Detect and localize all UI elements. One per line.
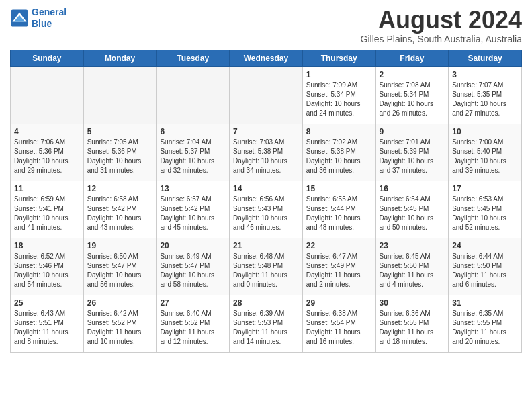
calendar-cell: 18Sunrise: 6:52 AM Sunset: 5:46 PM Dayli…: [11, 238, 84, 295]
day-number: 27: [160, 298, 226, 308]
calendar-cell: 26Sunrise: 6:42 AM Sunset: 5:52 PM Dayli…: [83, 295, 157, 352]
calendar-cell: 19Sunrise: 6:50 AM Sunset: 5:47 PM Dayli…: [83, 238, 157, 295]
calendar-cell: [157, 66, 230, 124]
calendar-table: SundayMondayTuesdayWednesdayThursdayFrid…: [10, 50, 522, 353]
day-info: Sunrise: 7:04 AM Sunset: 5:37 PM Dayligh…: [160, 138, 226, 175]
day-info: Sunrise: 6:43 AM Sunset: 5:51 PM Dayligh…: [14, 309, 80, 347]
day-info: Sunrise: 6:55 AM Sunset: 5:44 PM Dayligh…: [306, 195, 372, 232]
day-info: Sunrise: 6:45 AM Sunset: 5:50 PM Dayligh…: [380, 252, 445, 289]
day-number: 25: [14, 298, 80, 308]
day-number: 3: [452, 70, 518, 79]
day-number: 1: [306, 70, 372, 79]
calendar-cell: 4Sunrise: 7:06 AM Sunset: 5:36 PM Daylig…: [11, 124, 84, 181]
day-number: 14: [233, 184, 299, 193]
day-info: Sunrise: 7:01 AM Sunset: 5:39 PM Dayligh…: [380, 138, 445, 175]
day-info: Sunrise: 6:35 AM Sunset: 5:55 PM Dayligh…: [452, 309, 518, 347]
calendar-cell: 13Sunrise: 6:57 AM Sunset: 5:42 PM Dayli…: [157, 181, 230, 238]
subtitle: Gilles Plains, South Australia, Australi…: [361, 34, 522, 44]
calendar-cell: 29Sunrise: 6:38 AM Sunset: 5:54 PM Dayli…: [302, 295, 375, 352]
calendar-cell: 12Sunrise: 6:58 AM Sunset: 5:42 PM Dayli…: [83, 181, 157, 238]
day-number: 7: [233, 127, 299, 136]
calendar-cell: 1Sunrise: 7:09 AM Sunset: 5:34 PM Daylig…: [302, 66, 375, 124]
day-number: 9: [380, 127, 445, 136]
day-info: Sunrise: 7:03 AM Sunset: 5:38 PM Dayligh…: [233, 138, 299, 175]
calendar-cell: 28Sunrise: 6:39 AM Sunset: 5:53 PM Dayli…: [230, 295, 303, 352]
calendar-cell: 20Sunrise: 6:49 AM Sunset: 5:47 PM Dayli…: [157, 238, 230, 295]
calendar-week-4: 18Sunrise: 6:52 AM Sunset: 5:46 PM Dayli…: [11, 238, 522, 295]
column-header-wednesday: Wednesday: [230, 50, 303, 66]
day-number: 21: [233, 241, 299, 250]
calendar-cell: [230, 66, 303, 124]
calendar-cell: 7Sunrise: 7:03 AM Sunset: 5:38 PM Daylig…: [230, 124, 303, 181]
column-header-monday: Monday: [83, 50, 157, 66]
logo-line1: General: [32, 7, 66, 17]
day-info: Sunrise: 7:02 AM Sunset: 5:38 PM Dayligh…: [306, 138, 372, 175]
day-number: 24: [452, 241, 518, 250]
calendar-header-row: SundayMondayTuesdayWednesdayThursdayFrid…: [11, 50, 522, 66]
page-header: General Blue August 2024 Gilles Plains, …: [10, 7, 522, 44]
day-info: Sunrise: 7:06 AM Sunset: 5:36 PM Dayligh…: [14, 138, 80, 175]
calendar-week-3: 11Sunrise: 6:59 AM Sunset: 5:41 PM Dayli…: [11, 181, 522, 238]
calendar-cell: 10Sunrise: 7:00 AM Sunset: 5:40 PM Dayli…: [449, 124, 522, 181]
day-number: 26: [87, 298, 153, 308]
day-number: 13: [160, 184, 226, 193]
day-number: 19: [87, 241, 153, 250]
day-number: 18: [14, 241, 80, 250]
day-info: Sunrise: 6:44 AM Sunset: 5:50 PM Dayligh…: [452, 252, 518, 289]
day-number: 30: [380, 298, 445, 308]
calendar-cell: 24Sunrise: 6:44 AM Sunset: 5:50 PM Dayli…: [449, 238, 522, 295]
day-info: Sunrise: 7:00 AM Sunset: 5:40 PM Dayligh…: [452, 138, 518, 175]
calendar-cell: 11Sunrise: 6:59 AM Sunset: 5:41 PM Dayli…: [11, 181, 84, 238]
day-info: Sunrise: 6:49 AM Sunset: 5:47 PM Dayligh…: [160, 252, 226, 289]
day-number: 15: [306, 184, 372, 193]
day-info: Sunrise: 7:07 AM Sunset: 5:35 PM Dayligh…: [452, 81, 518, 118]
day-info: Sunrise: 6:50 AM Sunset: 5:47 PM Dayligh…: [87, 252, 153, 289]
day-number: 23: [380, 241, 445, 250]
day-info: Sunrise: 6:40 AM Sunset: 5:52 PM Dayligh…: [160, 309, 226, 347]
logo-text: General Blue: [32, 7, 66, 30]
calendar-cell: 16Sunrise: 6:54 AM Sunset: 5:45 PM Dayli…: [375, 181, 449, 238]
day-number: 31: [452, 298, 518, 308]
day-number: 29: [306, 298, 372, 308]
day-info: Sunrise: 6:36 AM Sunset: 5:55 PM Dayligh…: [380, 309, 445, 347]
calendar-body: 1Sunrise: 7:09 AM Sunset: 5:34 PM Daylig…: [11, 66, 522, 352]
calendar-cell: 21Sunrise: 6:48 AM Sunset: 5:48 PM Dayli…: [230, 238, 303, 295]
calendar-cell: 17Sunrise: 6:53 AM Sunset: 5:45 PM Dayli…: [449, 181, 522, 238]
day-number: 6: [160, 127, 226, 136]
day-number: 16: [380, 184, 445, 193]
main-title: August 2024: [361, 7, 522, 34]
logo: General Blue: [10, 7, 66, 30]
day-number: 8: [306, 127, 372, 136]
calendar-week-1: 1Sunrise: 7:09 AM Sunset: 5:34 PM Daylig…: [11, 66, 522, 124]
day-info: Sunrise: 6:39 AM Sunset: 5:53 PM Dayligh…: [233, 309, 299, 347]
day-info: Sunrise: 6:38 AM Sunset: 5:54 PM Dayligh…: [306, 309, 372, 347]
day-info: Sunrise: 6:42 AM Sunset: 5:52 PM Dayligh…: [87, 309, 153, 347]
day-number: 4: [14, 127, 80, 136]
day-number: 10: [452, 127, 518, 136]
calendar-cell: 15Sunrise: 6:55 AM Sunset: 5:44 PM Dayli…: [302, 181, 375, 238]
calendar-week-5: 25Sunrise: 6:43 AM Sunset: 5:51 PM Dayli…: [11, 295, 522, 352]
calendar-cell: 31Sunrise: 6:35 AM Sunset: 5:55 PM Dayli…: [449, 295, 522, 352]
day-info: Sunrise: 6:56 AM Sunset: 5:43 PM Dayligh…: [233, 195, 299, 232]
day-info: Sunrise: 7:05 AM Sunset: 5:36 PM Dayligh…: [87, 138, 153, 175]
day-number: 17: [452, 184, 518, 193]
day-info: Sunrise: 7:08 AM Sunset: 5:34 PM Dayligh…: [380, 81, 445, 118]
calendar-cell: 5Sunrise: 7:05 AM Sunset: 5:36 PM Daylig…: [83, 124, 157, 181]
day-number: 28: [233, 298, 299, 308]
logo-icon: [10, 9, 29, 28]
day-info: Sunrise: 6:57 AM Sunset: 5:42 PM Dayligh…: [160, 195, 226, 232]
calendar-week-2: 4Sunrise: 7:06 AM Sunset: 5:36 PM Daylig…: [11, 124, 522, 181]
calendar-cell: 6Sunrise: 7:04 AM Sunset: 5:37 PM Daylig…: [157, 124, 230, 181]
day-info: Sunrise: 6:58 AM Sunset: 5:42 PM Dayligh…: [87, 195, 153, 232]
day-number: 12: [87, 184, 153, 193]
calendar-cell: [11, 66, 84, 124]
day-info: Sunrise: 6:59 AM Sunset: 5:41 PM Dayligh…: [14, 195, 80, 232]
day-info: Sunrise: 7:09 AM Sunset: 5:34 PM Dayligh…: [306, 81, 372, 118]
column-header-tuesday: Tuesday: [157, 50, 230, 66]
day-number: 20: [160, 241, 226, 250]
calendar-cell: 25Sunrise: 6:43 AM Sunset: 5:51 PM Dayli…: [11, 295, 84, 352]
calendar-cell: [83, 66, 157, 124]
calendar-cell: 30Sunrise: 6:36 AM Sunset: 5:55 PM Dayli…: [375, 295, 449, 352]
column-header-sunday: Sunday: [11, 50, 84, 66]
day-info: Sunrise: 6:54 AM Sunset: 5:45 PM Dayligh…: [380, 195, 445, 232]
